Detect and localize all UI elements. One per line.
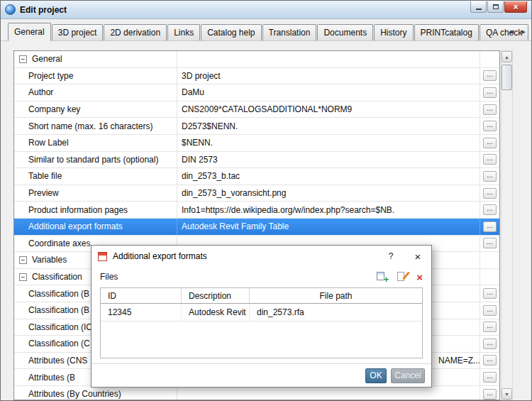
row-label: Attributes (B <box>28 373 75 383</box>
ellipsis-button[interactable]: ... <box>483 389 497 400</box>
tab-scroll-right-icon[interactable]: ► <box>519 27 528 36</box>
row-dots-cell: ... <box>480 369 499 385</box>
minimize-button[interactable] <box>470 1 487 13</box>
row-value-cell[interactable]: DIN 2573 <box>177 152 480 168</box>
add-file-icon[interactable]: + <box>377 271 388 282</box>
tab-scroll-left-icon[interactable]: ◄ <box>506 27 516 36</box>
row-label: Classification (B <box>28 305 89 315</box>
tab-documents[interactable]: Documents <box>317 24 373 40</box>
row-value-cell[interactable]: Autodesk Revit Family Table <box>177 219 480 235</box>
grid-section-row[interactable]: −General <box>14 51 499 68</box>
scrollbar-thumb[interactable] <box>501 65 512 90</box>
row-value-cell[interactable]: $NENN. <box>177 135 480 151</box>
row-value-cell[interactable]: D2573$NENN. <box>177 118 480 134</box>
ellipsis-button[interactable]: ... <box>483 204 497 215</box>
tab-translation[interactable]: Translation <box>262 24 317 40</box>
row-value-text: $NENN. <box>182 138 213 148</box>
row-value-cell[interactable]: Info1=https://de.wikipedia.org/w/index.p… <box>177 202 480 218</box>
dialog-title: Additional export formats <box>113 251 375 261</box>
tab-general[interactable]: General <box>8 23 51 41</box>
row-dots-cell: ... <box>480 285 499 302</box>
row-value-cell[interactable]: DaMu <box>177 84 480 101</box>
collapse-icon[interactable]: − <box>19 256 27 264</box>
tab-printcatalog[interactable]: PRINTcatalog <box>414 24 479 40</box>
maximize-icon <box>493 4 499 9</box>
dialog-close-button[interactable]: × <box>407 248 428 265</box>
row-dots-cell: ... <box>480 219 499 235</box>
tab-catalog-help[interactable]: Catalog help <box>201 24 261 40</box>
row-name-cell: Project type <box>14 68 177 84</box>
dialog-icon <box>98 252 107 261</box>
row-dots-cell: ... <box>480 236 499 252</box>
ellipsis-button[interactable]: ... <box>483 355 497 366</box>
grid-row[interactable]: Similar to standard parts (optional)DIN … <box>14 152 499 169</box>
row-value-text: Info1=https://de.wikipedia.org/w/index.p… <box>182 205 394 215</box>
scrollbar-down-icon[interactable]: ▼ <box>501 388 512 400</box>
ellipsis-button[interactable]: ... <box>483 87 497 98</box>
tab-history[interactable]: History <box>374 24 413 40</box>
grid-row[interactable]: Company keyCNS2009*CATALOGSADDITIONAL*NO… <box>14 101 499 119</box>
ellipsis-button[interactable]: ... <box>483 121 497 131</box>
row-dots-cell: ... <box>480 336 499 352</box>
tab-3d-project[interactable]: 3D project <box>52 24 104 40</box>
grid-row[interactable]: Additional export formatsAutodesk Revit … <box>14 219 499 236</box>
grid-row[interactable]: Product information pagesInfo1=https://d… <box>14 202 499 219</box>
row-label: Project type <box>28 71 73 81</box>
ellipsis-button[interactable]: ... <box>483 322 497 332</box>
grid-row[interactable]: Project type3D project... <box>14 68 499 85</box>
row-value-cell[interactable] <box>177 386 480 400</box>
row-dots-cell: ... <box>480 84 499 101</box>
tab-links[interactable]: Links <box>167 24 200 40</box>
cancel-button[interactable]: Cancel <box>391 368 425 383</box>
row-label: Classification (IC <box>28 322 92 332</box>
row-dots-cell <box>480 252 499 268</box>
row-value-cell[interactable]: 3D project <box>177 68 480 84</box>
dialog-help-button[interactable]: ? <box>380 248 401 265</box>
dialog-body: Files + × IDDescriptionFile path 12345Au… <box>92 268 431 358</box>
ellipsis-button[interactable]: ... <box>483 70 497 81</box>
ellipsis-button[interactable]: ... <box>483 104 497 115</box>
delete-file-icon[interactable]: × <box>416 272 423 282</box>
ellipsis-button[interactable]: ... <box>483 288 497 299</box>
ellipsis-button[interactable]: ... <box>483 305 497 316</box>
grid-row[interactable]: Short name (max. 16 characters)D2573$NEN… <box>14 118 499 135</box>
ok-button[interactable]: OK <box>365 368 387 383</box>
maximize-button[interactable] <box>487 1 504 13</box>
row-dots-cell: ... <box>480 118 499 134</box>
row-value-cell[interactable]: din_2573_b.tac <box>177 168 480 185</box>
grid-row[interactable]: AuthorDaMu... <box>14 84 499 101</box>
ellipsis-button[interactable]: ... <box>483 238 497 248</box>
grid-row[interactable]: Attributes (By Countries)... <box>14 386 499 400</box>
row-name-cell: Attributes (By Countries) <box>14 386 177 400</box>
row-value-text: D2573$NENN. <box>182 121 238 131</box>
row-value-cell[interactable] <box>177 51 480 67</box>
grid-row[interactable]: Row Label$NENN.... <box>14 135 499 152</box>
row-value-text: DaMu <box>182 87 204 97</box>
edit-file-icon[interactable] <box>397 271 408 282</box>
row-value-cell[interactable]: din_2573_b_voransicht.png <box>177 185 480 202</box>
files-table-cell: Autodesk Revit ... <box>182 304 250 321</box>
files-table-row[interactable]: 12345Autodesk Revit ...din_2573.rfa <box>101 304 422 322</box>
ellipsis-button[interactable]: ... <box>483 154 497 165</box>
row-value-cell[interactable]: CNS2009*CATALOGSADDITIONAL*NORM9 <box>177 101 480 118</box>
grid-row[interactable]: Previewdin_2573_b_voransicht.png... <box>14 185 499 202</box>
row-label: Row Label <box>28 138 69 148</box>
row-label: Product information pages <box>28 205 128 215</box>
scrollbar-up-icon[interactable]: ▲ <box>501 51 512 62</box>
collapse-icon[interactable]: − <box>19 55 27 63</box>
row-label: Variables <box>32 255 67 265</box>
grid-row[interactable]: Table filedin_2573_b.tac... <box>14 168 499 185</box>
ellipsis-button[interactable]: ... <box>483 339 497 349</box>
close-button[interactable]: × <box>504 1 527 13</box>
row-label: Classification (C <box>28 339 90 348</box>
row-value-text: Autodesk Revit Family Table <box>182 221 289 231</box>
ellipsis-button[interactable]: ... <box>483 188 497 199</box>
dialog-footer: OK Cancel <box>92 363 431 387</box>
collapse-icon[interactable]: − <box>19 273 27 281</box>
ellipsis-button[interactable]: ... <box>483 171 497 182</box>
ellipsis-button[interactable]: ... <box>483 138 497 148</box>
tab-2d-derivation[interactable]: 2D derivation <box>104 24 167 40</box>
ellipsis-button[interactable]: ... <box>483 372 497 383</box>
ellipsis-button[interactable]: ... <box>483 221 497 232</box>
grid-scrollbar[interactable]: ▲ ▼ <box>501 50 513 400</box>
